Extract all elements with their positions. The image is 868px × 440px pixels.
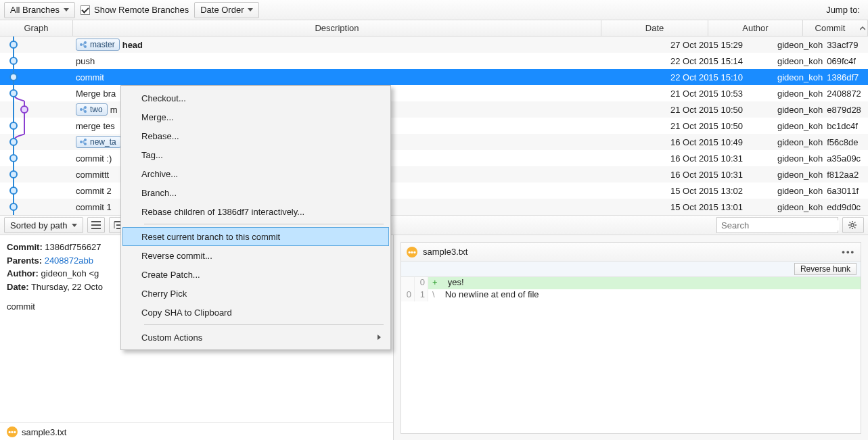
- branches-dropdown[interactable]: All Branches: [4, 2, 75, 18]
- menu-item-label: Rebase...: [141, 131, 179, 141]
- date-cell: 16 Oct 2015 10:31: [666, 170, 773, 180]
- list-view-button[interactable]: [87, 217, 105, 233]
- author-value: gideon_koh <g: [41, 268, 99, 278]
- menu-item-label: Rebase children of 1386df7 interactively…: [141, 207, 304, 217]
- sorted-by-label: Sorted by path: [10, 220, 68, 230]
- diff-header: ••• sample3.txt •••: [401, 243, 861, 262]
- commit-description: head: [122, 40, 143, 50]
- graph-icon: [0, 166, 73, 182]
- graph-icon: [0, 182, 73, 199]
- svg-point-26: [10, 155, 17, 162]
- sorted-by-dropdown[interactable]: Sorted by path: [4, 217, 83, 233]
- svg-point-2: [80, 43, 83, 46]
- context-menu-item[interactable]: Custom Actions: [122, 328, 389, 347]
- graph-icon: [0, 199, 73, 215]
- commit-row[interactable]: push 22 Oct 2015 15:14 gideon_koh 069fc4…: [0, 53, 868, 69]
- context-menu-item[interactable]: Archive...: [122, 164, 389, 183]
- commit-row[interactable]: masterhead 27 Oct 2015 15:29 gideon_koh …: [0, 36, 868, 53]
- parents-label: Parents:: [7, 255, 42, 266]
- date-order-label: Date Order: [200, 5, 244, 15]
- svg-point-34: [851, 224, 854, 226]
- badge-label: master: [90, 40, 115, 49]
- context-menu-item[interactable]: Rebase...: [122, 126, 389, 145]
- graph-icon: [0, 53, 73, 69]
- backslash-icon: \: [432, 289, 440, 299]
- commit-description: merge tes: [76, 121, 115, 131]
- branch-icon: [79, 41, 87, 49]
- graph-cell: [0, 166, 73, 182]
- hash-cell: e879d28: [823, 105, 868, 115]
- mid-left-group: Sorted by path: [0, 216, 131, 235]
- date-order-dropdown[interactable]: Date Order: [194, 2, 259, 18]
- graph-icon: [0, 134, 73, 150]
- svg-point-32: [10, 203, 17, 210]
- author-cell: gideon_koh e879d28: [773, 105, 868, 115]
- description-cell: masterhead: [73, 39, 666, 51]
- context-menu-item[interactable]: Tag...: [122, 145, 389, 164]
- menu-item-label: Cherry Pick: [141, 289, 187, 299]
- modified-icon: •••: [407, 247, 417, 258]
- date-cell: 15 Oct 2015 13:02: [666, 186, 773, 196]
- author-cell: gideon_koh f812aa2: [773, 170, 868, 180]
- show-remote-checkbox[interactable]: Show Remote Branches: [81, 5, 189, 15]
- diff-lines: 0 + yes! 0 1 \ No newline at end of file: [401, 277, 861, 301]
- date-cell: 21 Oct 2015 10:53: [666, 89, 773, 99]
- branches-dropdown-label: All Branches: [10, 5, 60, 15]
- context-menu-item[interactable]: Checkout...: [122, 89, 389, 107]
- context-menu-item[interactable]: Cherry Pick: [122, 284, 389, 303]
- context-menu-item[interactable]: Branch...: [122, 183, 389, 202]
- diff-gutter-old: 0: [401, 289, 415, 301]
- context-menu-item[interactable]: Create Patch...: [122, 265, 389, 284]
- hash-cell: f812aa2: [823, 170, 868, 180]
- context-menu-item[interactable]: Rebase children of 1386df7 interactively…: [122, 202, 389, 221]
- diff-panel: ••• sample3.txt ••• Reverse hunk 0 + yes…: [401, 242, 861, 434]
- diff-more-button[interactable]: •••: [842, 247, 855, 257]
- graph-cell: [0, 134, 73, 150]
- commit-description: m: [110, 105, 118, 115]
- column-header-description[interactable]: Description: [73, 20, 601, 36]
- commit-description: commit 2: [76, 186, 112, 196]
- branch-badge[interactable]: new_ta: [76, 136, 121, 148]
- file-name: sample3.txt: [22, 427, 66, 437]
- context-menu-item[interactable]: Reverse commit...: [122, 246, 389, 265]
- commit-label: Commit:: [7, 242, 43, 252]
- date-cell: 21 Oct 2015 10:50: [666, 121, 773, 131]
- hash-cell: edd9d0c: [823, 202, 868, 212]
- column-header-author[interactable]: Author: [708, 20, 803, 36]
- chevron-down-icon: [72, 224, 77, 227]
- menu-item-label: Reverse commit...: [141, 251, 212, 261]
- column-sort-indicator[interactable]: [857, 20, 868, 36]
- branch-badge[interactable]: master: [76, 39, 120, 51]
- svg-point-30: [10, 187, 17, 194]
- reverse-hunk-button[interactable]: Reverse hunk: [794, 263, 856, 275]
- file-list: ••• sample3.txt: [0, 422, 393, 440]
- svg-point-28: [10, 171, 17, 178]
- author-cell: gideon_koh a35a09c: [773, 153, 868, 164]
- commit-row[interactable]: commit 22 Oct 2015 15:10 gideon_koh 1386…: [0, 69, 868, 85]
- column-header-date[interactable]: Date: [601, 20, 708, 36]
- date-cell: 16 Oct 2015 10:49: [666, 137, 773, 147]
- hash-cell: 1386df7: [823, 72, 868, 82]
- search-input[interactable]: [717, 220, 839, 230]
- settings-button[interactable]: [842, 217, 864, 233]
- author-cell: gideon_koh f56c8de: [773, 137, 868, 147]
- context-menu-item[interactable]: Merge...: [122, 107, 389, 126]
- date-cell: 15 Oct 2015 13:01: [666, 202, 773, 212]
- checkbox-icon: [81, 5, 90, 15]
- branch-badge[interactable]: two: [76, 103, 108, 116]
- file-item[interactable]: ••• sample3.txt: [0, 423, 393, 440]
- graph-cell: [0, 53, 73, 69]
- commit-description: push: [76, 56, 95, 66]
- parent-link[interactable]: 2408872abb: [45, 255, 93, 266]
- column-header-commit[interactable]: Commit: [803, 20, 857, 36]
- context-menu-item[interactable]: Copy SHA to Clipboard: [122, 303, 389, 322]
- diff-line: 0 1 \ No newline at end of file: [401, 289, 861, 301]
- hash-cell: a35a09c: [823, 153, 868, 164]
- modified-icon: •••: [7, 426, 18, 437]
- context-menu-item[interactable]: Reset current branch to this commit: [122, 227, 389, 246]
- menu-item-label: Merge...: [141, 112, 174, 122]
- svg-point-8: [10, 74, 17, 80]
- date-cell: 22 Oct 2015 15:10: [666, 72, 773, 82]
- diff-content: \ No newline at end of file: [428, 289, 861, 301]
- column-header-graph[interactable]: Graph: [0, 20, 73, 36]
